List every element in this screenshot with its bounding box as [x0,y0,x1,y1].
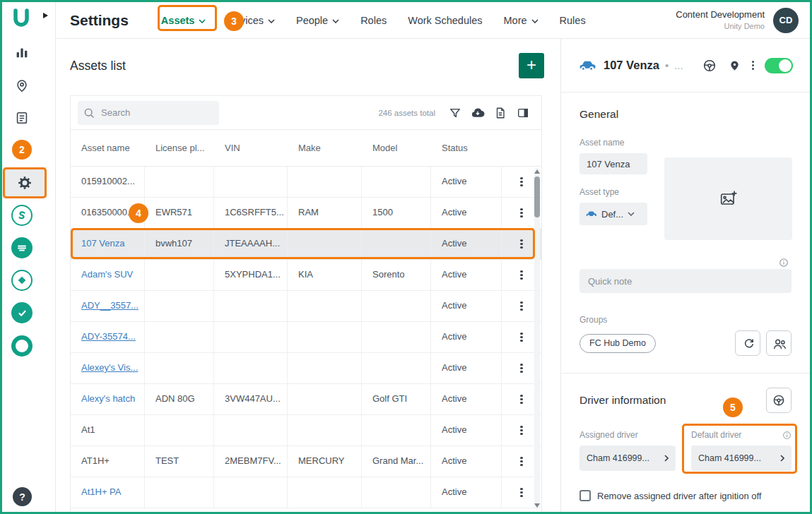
search-icon [83,107,95,119]
assigned-driver-button[interactable]: Cham 416999... [579,446,676,471]
section-driver-information: Driver information [579,394,666,407]
asset-name-link[interactable]: ADY-35574... [71,322,145,352]
column-header[interactable]: Status [431,143,502,153]
app-icon-2[interactable] [11,237,33,258]
help-button[interactable]: ? [13,487,32,506]
scrollbar[interactable] [534,168,540,509]
asset-type-select[interactable]: Def... [579,203,647,225]
sidebar-expand-arrow[interactable] [43,13,48,18]
status-cell: Active [431,384,502,414]
asset-name-link[interactable]: ADY__3557... [71,291,145,321]
sync-icon [741,337,754,349]
tab-assets[interactable]: Assets [161,15,206,26]
asset-name-link[interactable]: Adam's SUV [71,260,145,290]
status-cell: Active [431,229,502,259]
column-header[interactable]: Model [362,143,431,153]
asset-menu-button[interactable] [752,64,755,67]
column-header[interactable]: License pl... [145,143,214,153]
columns-icon [517,107,529,119]
assigned-driver-label: Assigned driver [579,430,638,440]
asset-active-toggle[interactable] [765,58,793,73]
license-cell [145,167,214,197]
table-row[interactable]: 015910002...Active [71,167,541,198]
table-row[interactable]: 107 Venzabvwh107JTEAAAAH...Active [71,229,541,260]
chevron-down-icon [531,19,539,23]
sync-groups-button[interactable] [735,330,760,356]
asset-name-link[interactable]: Alexey's Vis... [71,353,145,383]
license-cell: ADN 80G [145,384,214,414]
make-cell [288,322,362,352]
add-image-icon [719,190,738,208]
column-header[interactable]: VIN [214,143,288,153]
filter-button[interactable] [444,102,466,124]
table-row[interactable]: At1Active [71,415,541,446]
export-button[interactable] [466,102,489,124]
table-row[interactable]: ADY-35574...Active [71,322,541,353]
sidebar-item-settings[interactable] [3,167,47,198]
scroll-up-arrow[interactable] [534,169,540,174]
status-cell: Active [431,167,502,197]
driver-panel-button[interactable] [766,388,792,413]
app-icon-3[interactable] [11,270,33,291]
avatar[interactable]: CD [773,8,799,33]
sidebar-item-reports[interactable] [10,40,34,64]
app-icon-1[interactable] [11,205,33,226]
model-cell: 1500 [362,198,431,228]
steering-wheel-icon [772,393,786,407]
sidebar-item-forms[interactable] [10,106,34,130]
driver-button[interactable] [702,58,717,73]
column-header[interactable]: Make [288,143,362,153]
table-row[interactable]: Adam's SUV5XYPHDA1...KIASorentoActive [71,260,541,291]
tab-more[interactable]: More [504,15,539,26]
quick-note-input[interactable] [579,269,792,293]
table-row[interactable]: AT1H+TEST2MEBM7FV...MERCURYGrand Mar...A… [71,446,541,477]
tab-roles[interactable]: Roles [360,15,387,26]
tab-rules[interactable]: Rules [560,15,586,26]
status-cell: Active [431,291,502,321]
asset-photo-placeholder[interactable] [664,157,792,240]
tab-work-schedules[interactable]: Work Schedules [408,15,482,26]
asset-name-link[interactable]: At1H+ PA [71,477,145,508]
info-icon[interactable] [782,431,792,440]
asset-name-input[interactable] [579,153,647,174]
table-row[interactable]: 016350000...EWR5711C6SRFFT5...RAM1500Act… [71,198,541,229]
column-header[interactable]: Asset name [71,143,145,153]
kebab-menu-icon [520,398,523,401]
kebab-menu-icon [520,491,523,494]
scrollbar-thumb[interactable] [534,177,540,217]
status-cell: Active [431,415,502,446]
vin-cell [214,291,288,321]
asset-name-link: AT1H+ [71,446,145,477]
sidebar-item-tracking[interactable] [10,73,34,97]
add-asset-button[interactable]: + [519,53,544,78]
info-icon[interactable] [779,258,789,268]
assign-group-button[interactable] [766,330,792,356]
document-icon [14,110,30,126]
tab-devices[interactable]: Devices [227,15,275,26]
asset-name-link[interactable]: Alexy's hatch [71,384,145,414]
vin-cell: JTEAAAAH... [214,229,288,259]
table-row[interactable]: Alexey's Vis...Active [71,353,541,384]
table-row[interactable]: At1H+ PAActive [71,477,541,508]
asset-name-link: 016350000... [71,198,145,228]
table-row[interactable]: ADY__3557...Active [71,291,541,322]
license-cell: EWR571 [145,198,214,228]
report-button[interactable] [489,102,512,124]
page-title: Settings [70,12,129,29]
locate-button[interactable] [728,59,741,72]
remove-driver-checkbox[interactable] [579,490,591,501]
scroll-down-arrow[interactable] [534,503,540,508]
app-icon-4[interactable] [11,302,33,323]
search-box[interactable] [78,101,219,125]
tab-people[interactable]: People [296,15,339,26]
vin-cell: 5XYPHDA1... [214,260,288,290]
columns-button[interactable] [512,102,534,124]
table-row[interactable]: Alexy's hatchADN 80G3VW447AU...Golf GTIA… [71,384,541,415]
make-cell [288,229,362,259]
asset-name-link[interactable]: 107 Venza [71,229,145,259]
group-chip[interactable]: FC Hub Demo [579,334,656,353]
default-driver-button[interactable]: Cham 416999... [691,446,792,471]
sidebar: ? [2,2,56,512]
search-input[interactable] [100,107,206,119]
app-icon-5[interactable] [11,335,33,357]
